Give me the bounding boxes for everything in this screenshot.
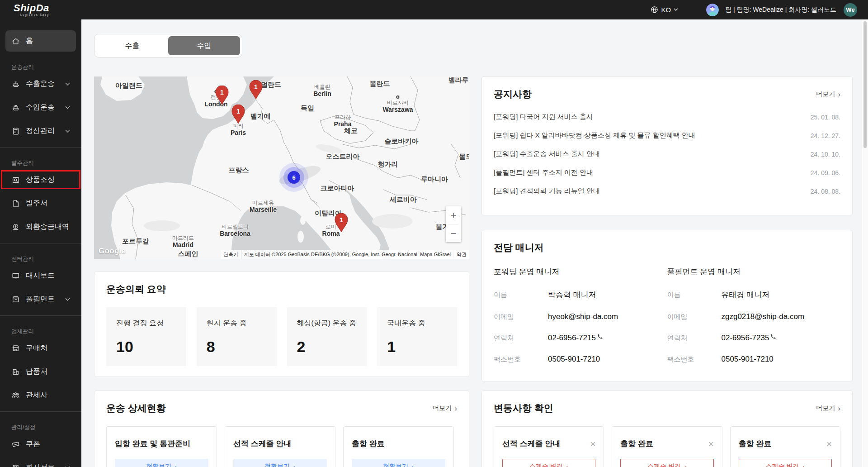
toggle-option-수입[interactable]: 수입 bbox=[168, 36, 240, 55]
europe-map[interactable]: 아일랜드네덜란드폴란드벨라루독일벨기에체코슬로바키아오스트리아헝가리몰도루마니아… bbox=[94, 76, 469, 259]
sidebar-nav: 홈운송관리수출운송수입운송정산관리발주관리상품소싱발주서외환송금내역센터관리대시… bbox=[0, 19, 81, 467]
map-terms-link[interactable]: 약관 bbox=[454, 250, 469, 259]
map-label-country: 헝가리 bbox=[378, 160, 398, 168]
status-card-button[interactable]: 현황보기› bbox=[352, 459, 445, 467]
chevron-down-icon bbox=[65, 129, 70, 133]
summary-card[interactable]: 국내운송 중1 bbox=[377, 307, 457, 366]
sidebar-item-label: 외환송금내역 bbox=[26, 222, 69, 232]
sidebar-item-sourcing[interactable]: 상품소싱 bbox=[0, 168, 81, 191]
sidebar-item-coupon[interactable]: 쿠폰 bbox=[0, 432, 81, 456]
sidebar-item-company[interactable]: 회사정보 bbox=[0, 456, 81, 467]
summary-card-value: 10 bbox=[116, 338, 176, 356]
sidebar-item-label: 풀필먼트 bbox=[26, 295, 55, 304]
map-pin-marker[interactable]: 1 bbox=[215, 86, 229, 106]
sidebar-item-fulfillment[interactable]: 풀필먼트 bbox=[0, 287, 81, 311]
notice-item[interactable]: [포워딩] 견적의뢰 기능 리뉴얼 안내24. 08. 08. bbox=[494, 182, 840, 200]
sidebar-item-store[interactable]: 구매처 bbox=[0, 336, 81, 360]
shipping-status-more-link[interactable]: 더보기 › bbox=[433, 404, 457, 412]
sidebar-item-label: 쿠폰 bbox=[26, 439, 40, 449]
chevron-right-icon: › bbox=[838, 405, 840, 412]
map-label-city: 바르샤바Warszawa bbox=[382, 95, 413, 114]
change-card-button[interactable]: 스케줄 변경› bbox=[739, 459, 832, 467]
chevron-down-icon bbox=[65, 298, 70, 301]
button-label: 현황보기 bbox=[264, 462, 290, 467]
summary-title: 운송의뢰 요약 bbox=[106, 283, 166, 295]
zoom-in-button[interactable]: + bbox=[446, 206, 461, 224]
close-icon[interactable]: × bbox=[590, 439, 596, 448]
city-name-ko: 프라하 bbox=[334, 114, 352, 120]
notice-item[interactable]: [포워딩] 다국어 지원 서비스 출시25. 01. 08. bbox=[494, 108, 840, 126]
notice-item[interactable]: [포워딩] 쉽다 X 알리바바닷컴 상품소싱 제휴 및 물류 할인혜택 안내24… bbox=[494, 126, 840, 145]
change-card-button[interactable]: 스케줄 변경› bbox=[502, 459, 595, 467]
close-icon[interactable]: × bbox=[708, 439, 714, 448]
workspace-avatar[interactable]: We bbox=[844, 3, 857, 17]
summary-card[interactable]: 진행 결정 요청10 bbox=[106, 307, 186, 366]
profile-person-icon bbox=[706, 4, 719, 16]
scrollbar-thumb[interactable] bbox=[863, 21, 867, 148]
sidebar-item-document[interactable]: 발주서 bbox=[0, 191, 81, 215]
language-selector[interactable]: KO bbox=[651, 6, 678, 14]
sidebar-item-ship[interactable]: 수출운송 bbox=[0, 72, 81, 95]
status-card-title: 선적 스케줄 안내 bbox=[233, 438, 291, 449]
manager-info-row: 연락처02-6956-7235 bbox=[667, 334, 841, 343]
ship-icon bbox=[11, 103, 20, 112]
more-label: 더보기 bbox=[816, 90, 835, 98]
sidebar-item-customs[interactable]: 관세사 bbox=[0, 383, 81, 407]
sidebar-item-label: 발주서 bbox=[26, 199, 47, 208]
button-label: 스케줄 변경 bbox=[529, 462, 563, 467]
sidebar-item-ship[interactable]: 수입운송 bbox=[0, 95, 81, 119]
map-attribution: 단축키 지도 데이터 ©2025 GeoBasis-DE/BKG (©2009)… bbox=[221, 250, 469, 259]
notice-item[interactable]: [포워딩] 수출운송 서비스 출시 안내24. 10. 10. bbox=[494, 145, 840, 163]
home-icon bbox=[11, 37, 20, 45]
map-label-country: 프랑스 bbox=[229, 166, 249, 174]
shipda-logo[interactable]: ShipDa Logistics Easy bbox=[14, 3, 49, 17]
top-bar: ShipDa Logistics Easy KO 팀 | 팀명: WeDeali… bbox=[0, 0, 868, 19]
manager-info-label: 이름 bbox=[494, 291, 548, 299]
map-pin-marker[interactable]: 1 bbox=[334, 213, 349, 234]
summary-card[interactable]: 현지 운송 중8 bbox=[197, 307, 277, 366]
map-pin-marker[interactable]: 1 bbox=[249, 80, 263, 101]
city-name: Berlin bbox=[313, 91, 331, 98]
city-name: Warszawa bbox=[382, 106, 413, 114]
sidebar-item-label: 정산관리 bbox=[26, 126, 55, 136]
close-icon[interactable]: × bbox=[826, 439, 832, 448]
map-pin-marker[interactable]: 1 bbox=[231, 105, 245, 125]
summary-card[interactable]: 해상(항공) 운송 중2 bbox=[287, 307, 367, 366]
zoom-out-button[interactable]: − bbox=[446, 224, 461, 242]
sidebar-item-money[interactable]: 외환송금내역 bbox=[0, 215, 81, 238]
manager-info-label: 팩스번호 bbox=[494, 355, 548, 364]
change-card: 출항 완료×스케줄 변경› bbox=[612, 426, 722, 467]
map-data-credit: 지도 데이터 ©2025 GeoBasis-DE/BKG (©2009), Go… bbox=[241, 250, 453, 259]
notice-text: [포워딩] 쉽다 X 알리바바닷컴 상품소싱 제휴 및 물류 할인혜택 안내 bbox=[494, 131, 695, 140]
toggle-option-수출[interactable]: 수출 bbox=[96, 36, 168, 55]
sidebar-item-calculator[interactable]: 정산관리 bbox=[0, 119, 81, 143]
status-card-button[interactable]: 현황보기› bbox=[233, 459, 327, 467]
notice-item[interactable]: [풀필먼트] 센터 주소지 이전 안내24. 09. 06. bbox=[494, 163, 840, 182]
map-label-country: 크로아티아 bbox=[321, 184, 354, 192]
avatar[interactable] bbox=[706, 4, 719, 16]
sidebar-item-home[interactable]: 홈 bbox=[5, 30, 76, 52]
map-shortcuts-link[interactable]: 단축키 bbox=[221, 250, 241, 259]
summary-card-value: 8 bbox=[207, 338, 267, 356]
manager-info-row: 연락처02-6956-7215 bbox=[494, 334, 667, 343]
manager-info-label: 연락처 bbox=[494, 334, 548, 343]
manager-role: 풀필먼트 운영 매니저 bbox=[667, 267, 841, 277]
map-cluster-marker[interactable]: 6 bbox=[288, 171, 300, 184]
chevron-down-icon bbox=[65, 82, 70, 86]
page-scrollbar[interactable] bbox=[862, 19, 868, 467]
changes-more-link[interactable]: 더보기 › bbox=[816, 404, 840, 412]
sidebar-item-supplier[interactable]: 납품처 bbox=[0, 360, 81, 383]
city-name: Paris bbox=[231, 129, 246, 137]
export-import-toggle: 수출수입 bbox=[94, 34, 242, 57]
manager-info-value[interactable]: 02-6956-7235 bbox=[722, 334, 777, 343]
map-label-city: 바르셀로나Barcelona bbox=[220, 224, 250, 238]
manager-role: 포워딩 운영 매니저 bbox=[494, 267, 667, 277]
city-name: Marseille bbox=[250, 206, 277, 214]
notices-more-link[interactable]: 더보기 › bbox=[816, 90, 840, 98]
manager-info-value[interactable]: 02-6956-7215 bbox=[548, 334, 604, 343]
change-card: 출항 완료×스케줄 변경› bbox=[730, 426, 840, 467]
status-card-button[interactable]: 현황보기› bbox=[115, 459, 208, 467]
sourcing-icon bbox=[11, 176, 20, 184]
sidebar-item-dashboard[interactable]: 대시보드 bbox=[0, 264, 81, 287]
change-card-button[interactable]: 스케줄 변경› bbox=[620, 459, 713, 467]
